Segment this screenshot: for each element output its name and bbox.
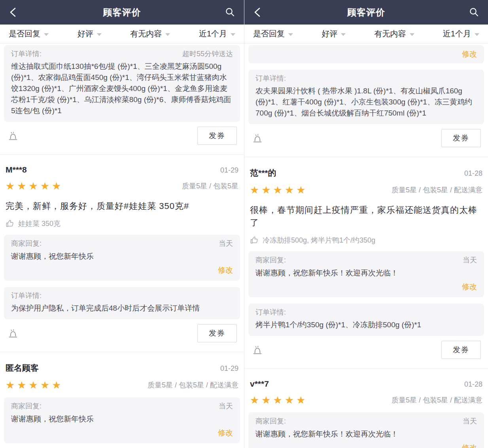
- product-tag: 冷冻肋排500g, 烤半片鸭1个/约350g: [263, 235, 375, 245]
- reply-time: 当天: [463, 416, 477, 426]
- filter-label: 有无内容: [375, 28, 406, 39]
- product-tag-row: 娃娃菜 350克: [6, 219, 238, 228]
- chevron-down-icon: [97, 33, 102, 36]
- review-list[interactable]: 订单详情: 超时55分钟送达 维达抽取式面巾纸130抽*6包/提 (份)*1、三…: [0, 44, 244, 448]
- modify-reply-link[interactable]: 修改: [462, 49, 477, 59]
- divider: [0, 154, 244, 155]
- review-rating-row: ★★★★★ 质量5星 / 包装5星 / 配送满意: [250, 184, 482, 196]
- review-date: 01-29: [220, 166, 238, 175]
- filter-has-content[interactable]: 有无内容: [375, 28, 414, 39]
- star-rating: ★★★★★: [250, 184, 308, 196]
- filter-rating[interactable]: 好评: [78, 28, 102, 39]
- back-icon[interactable]: [252, 6, 264, 18]
- star-rating: ★★★★★: [6, 379, 64, 391]
- review-header: 匿名顾客 01-29: [6, 363, 238, 374]
- product-tag: 娃娃菜 350克: [18, 219, 61, 228]
- reviewer-name: 匿名顾客: [6, 363, 39, 374]
- filter-label: 是否回复: [9, 28, 40, 39]
- reviewer-name: v***7: [250, 379, 269, 389]
- filter-label: 好评: [322, 28, 337, 39]
- filter-label: 近1个月: [199, 28, 227, 39]
- rating-summary: 质量5星 / 包装5星 / 配送满意: [148, 380, 238, 390]
- search-icon[interactable]: [224, 6, 236, 18]
- screen-left: 顾客评价 是否回复 好评 有无内容 近1个月 订单详情: 超时55分钟送达 维达…: [0, 0, 244, 448]
- order-items: 维达抽取式面巾纸130抽*6包/提 (份)*1、三全凌黑芝麻汤圆500g (份)…: [11, 61, 233, 116]
- divider: [244, 157, 488, 157]
- filter-rating[interactable]: 好评: [322, 28, 346, 39]
- modify-reply-link[interactable]: 修改: [462, 443, 477, 448]
- merchant-reply-box: 商家回复: 当天 谢谢惠顾，祝您新年快乐 修改: [4, 235, 240, 281]
- send-coupon-button[interactable]: 发券: [441, 341, 481, 359]
- search-icon[interactable]: [468, 6, 480, 18]
- merchant-reply-label: 商家回复:: [255, 255, 286, 265]
- siren-icon[interactable]: [7, 327, 19, 339]
- order-details-label: 订单详情:: [11, 291, 42, 300]
- review-date: 01-28: [464, 380, 482, 389]
- review-date: 01-28: [464, 169, 482, 178]
- screen-right: 顾客评价 是否回复 好评 有无内容 近1个月 修改 订单详情: 农夫果园果汁饮料…: [244, 0, 488, 448]
- review-text: 完美，新鲜，服务好，质量好#娃娃菜 350克#: [6, 200, 238, 213]
- filter-reply-status[interactable]: 是否回复: [9, 28, 49, 39]
- send-coupon-button[interactable]: 发券: [441, 129, 481, 147]
- merchant-reply-label: 商家回复:: [11, 239, 42, 248]
- delivery-status: 超时55分钟送达: [182, 49, 233, 59]
- filter-label: 是否回复: [253, 28, 285, 39]
- order-details-label: 订单详情:: [255, 308, 286, 317]
- action-row: 发券: [248, 341, 484, 359]
- siren-icon[interactable]: [252, 344, 263, 356]
- order-details-box: 订单详情: 为保护用户隐私，订单完成后48小时后才会展示订单详情: [4, 287, 240, 319]
- review-header: v***7 01-28: [250, 379, 482, 389]
- chevron-down-icon: [231, 33, 235, 36]
- chevron-down-icon: [341, 33, 346, 36]
- filter-has-content[interactable]: 有无内容: [130, 28, 170, 39]
- merchant-reply-text: 谢谢惠顾，祝您新年快乐！欢迎再次光临！: [255, 428, 477, 440]
- send-coupon-button[interactable]: 发券: [197, 127, 237, 145]
- modify-reply-link[interactable]: 修改: [462, 282, 477, 292]
- filter-label: 好评: [78, 28, 93, 39]
- star-rating: ★★★★★: [250, 394, 308, 406]
- merchant-reply-text: 谢谢惠顾，祝您新年快乐: [11, 413, 233, 425]
- page-title: 顾客评价: [347, 6, 385, 19]
- send-coupon-button[interactable]: 发券: [197, 324, 237, 342]
- page-title: 顾客评价: [103, 6, 141, 19]
- rating-summary: 质量5星 / 包装5星: [182, 181, 238, 191]
- review-rating-row: ★★★★★ 质量5星 / 包装5星 / 配送满意: [6, 379, 238, 391]
- merchant-reply-label: 商家回复:: [11, 401, 42, 411]
- merchant-reply-text: 谢谢惠顾，祝您新年快乐！欢迎再次光临！: [255, 267, 477, 279]
- review-date: 01-29: [220, 364, 238, 373]
- app-header: 顾客评价: [244, 0, 488, 25]
- star-rating: ★★★★★: [6, 180, 64, 192]
- filter-time-range[interactable]: 近1个月: [443, 28, 479, 39]
- filter-time-range[interactable]: 近1个月: [199, 28, 235, 39]
- chevron-down-icon: [410, 33, 414, 36]
- filter-label: 近1个月: [443, 28, 471, 39]
- rating-summary: 质量5星 / 包装5星 / 配送满意: [392, 395, 482, 405]
- order-details-box: 订单详情: 烤半片鸭1个/约350g (份)*1、冷冻肋排500g (份)*1: [248, 304, 484, 336]
- review-header: M***8 01-29: [6, 165, 238, 175]
- review-text: 很棒，春节期间赶上疫情严重，家乐福还能送货真的太棒了: [250, 204, 482, 229]
- siren-icon[interactable]: [7, 130, 19, 142]
- action-row: 发券: [4, 324, 240, 342]
- chevron-down-icon: [475, 33, 479, 36]
- modify-reply-link[interactable]: 修改: [218, 428, 233, 438]
- order-items: 农夫果园果汁饮料 ( 热带水果 )1.8L (份)*1、有友山椒凤爪160g (…: [255, 85, 477, 119]
- back-icon[interactable]: [8, 6, 20, 18]
- reply-time: 当天: [219, 401, 233, 411]
- merchant-reply-box: 商家回复: 当天 谢谢惠顾，祝您新年快乐！欢迎再次光临！ 修改: [248, 412, 484, 448]
- modify-reply-link[interactable]: 修改: [218, 266, 233, 275]
- filter-bar: 是否回复 好评 有无内容 近1个月: [0, 25, 244, 44]
- action-row: 发券: [4, 127, 240, 145]
- reply-time: 当天: [219, 239, 233, 248]
- merchant-reply-box: 商家回复: 当天 谢谢惠顾，祝您新年快乐 修改: [4, 397, 240, 443]
- merchant-reply-label: 商家回复:: [255, 416, 286, 426]
- filter-bar: 是否回复 好评 有无内容 近1个月: [244, 25, 488, 44]
- order-details-label: 订单详情:: [11, 49, 42, 59]
- reviewer-name: 范***的: [250, 167, 276, 178]
- review-list[interactable]: 修改 订单详情: 农夫果园果汁饮料 ( 热带水果 )1.8L (份)*1、有友山…: [244, 44, 488, 448]
- review-header: 范***的 01-28: [250, 167, 482, 178]
- order-details-label: 订单详情:: [255, 74, 286, 83]
- product-tag-row: 冷冻肋排500g, 烤半片鸭1个/约350g: [250, 235, 482, 245]
- filter-reply-status[interactable]: 是否回复: [253, 28, 293, 39]
- siren-icon[interactable]: [252, 132, 263, 144]
- merchant-reply-box-clipped: 修改: [248, 45, 484, 63]
